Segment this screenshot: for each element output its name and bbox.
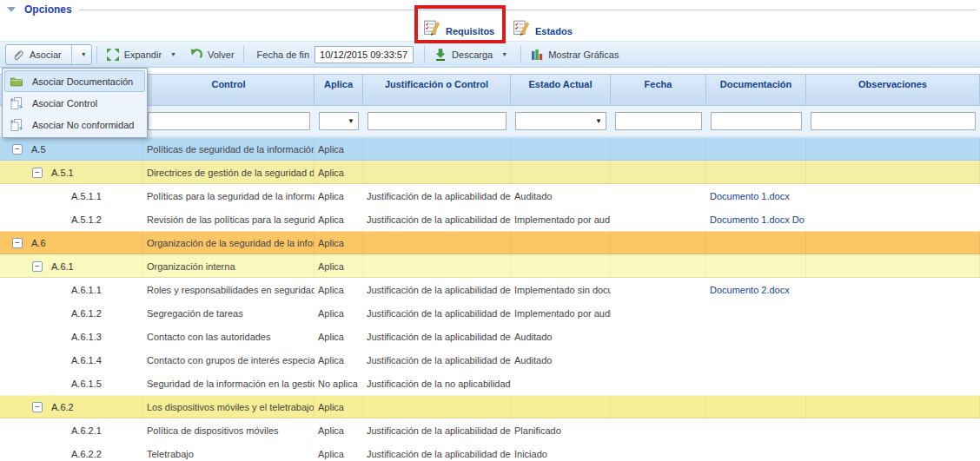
cell-observaciones — [806, 137, 980, 161]
cell-observaciones — [806, 325, 980, 348]
filter-estado-select[interactable]: ▼ — [515, 112, 606, 130]
chevron-down-icon[interactable]: ▼ — [166, 51, 181, 57]
collapse-toggle-icon[interactable]: − — [12, 238, 23, 248]
cell-aplica: Aplica — [315, 418, 363, 442]
cell-estado: Iniciado — [511, 442, 611, 461]
cell-fecha — [611, 372, 706, 395]
form-pencil-icon — [513, 18, 531, 36]
column-header-estado[interactable]: Estado Actual — [511, 75, 611, 105]
cell-documentacion[interactable]: Documento 2.docx — [706, 278, 806, 301]
menu-item-asociar-no-conformidad[interactable]: Asociar No conformidad — [4, 114, 145, 135]
menu-item-label: Asociar Documentación — [32, 76, 133, 87]
cell-fecha — [611, 348, 706, 372]
requisitos-button[interactable]: Requisitos — [423, 10, 494, 38]
cell-justificacion: Justificación de la aplicabilidad del — [363, 418, 511, 442]
estados-button[interactable]: Estados — [513, 10, 573, 38]
cell-estado — [511, 254, 611, 278]
control-code: A.5.1.1 — [71, 191, 102, 201]
table-row[interactable]: −A.5Políticas de seguridad de la informa… — [0, 137, 980, 161]
cell-justificacion: Justificación de la aplicabilidad del — [363, 325, 511, 348]
cell-tree: −A.6 — [0, 231, 143, 254]
cell-documentacion — [706, 254, 806, 278]
cell-control: Roles y responsabilidades en seguridad d… — [143, 278, 315, 301]
control-code: A.6.1 — [51, 261, 74, 272]
cell-control: Directrices de gestión de la seguridad d… — [143, 161, 315, 184]
expandir-button[interactable]: Expandir ▼ — [102, 44, 185, 65]
collapse-toggle-icon[interactable]: − — [12, 144, 23, 155]
filter-cell-justificacion — [363, 106, 511, 136]
table-row[interactable]: A.6.2.2TeletrabajoAplicaJustificación de… — [0, 442, 980, 461]
column-header-control[interactable]: Control — [143, 75, 315, 105]
expandir-label: Expandir — [124, 49, 162, 60]
table-row[interactable]: A.6.1.2Segregación de tareasAplicaJustif… — [0, 301, 980, 325]
asociar-dropdown-menu: Asociar Documentación Asociar Control As… — [2, 68, 148, 138]
table-row[interactable]: A.6.2.1Política de dispositivos móvilesA… — [0, 418, 980, 442]
toolbar-separator — [243, 46, 244, 63]
cell-tree: A.6.1.2 — [0, 301, 143, 325]
toolbar-separator — [520, 46, 521, 63]
menu-item-asociar-control[interactable]: Asociar Control — [4, 92, 145, 114]
menu-item-asociar-documentacion[interactable]: Asociar Documentación — [4, 70, 145, 92]
cell-justificacion: Justificación de la aplicabilidad del — [363, 207, 511, 231]
cell-justificacion: Justificación de la no aplicabilidad — [363, 372, 511, 395]
cell-documentacion — [706, 372, 806, 395]
table-row[interactable]: −A.6Organización de la seguridad de la i… — [0, 231, 980, 254]
descarga-button[interactable]: Descarga ▼ — [429, 44, 516, 65]
cell-estado: Implementado por aud — [511, 207, 611, 231]
filter-cell-fecha — [611, 106, 706, 136]
column-header-documentacion[interactable]: Documentación — [706, 75, 806, 105]
table-row[interactable]: A.5.1.2Revisión de las políticas para la… — [0, 207, 980, 231]
filter-control-input[interactable] — [148, 112, 310, 130]
column-header-aplica[interactable]: Aplica — [315, 75, 363, 105]
asociar-button[interactable]: Asociar ▼ — [5, 44, 92, 65]
split-divider — [71, 45, 72, 64]
chevron-down-icon[interactable]: ▼ — [497, 51, 512, 57]
filter-observaciones-input[interactable] — [811, 112, 976, 130]
cell-aplica: Aplica — [315, 325, 363, 348]
control-code: A.6.1.5 — [71, 379, 102, 389]
mostrar-graficas-button[interactable]: Mostrar Gráficas — [526, 44, 623, 65]
back-arrow-icon — [189, 48, 203, 62]
form-pencil-icon — [423, 18, 441, 36]
table-row[interactable]: −A.6.1Organización internaAplica — [0, 254, 980, 278]
collapse-toggle-icon[interactable]: − — [32, 402, 43, 412]
table-row[interactable]: A.5.1.1Políticas para la seguridad de la… — [0, 184, 980, 207]
cell-fecha — [611, 442, 706, 461]
cell-aplica: Aplica — [315, 348, 363, 372]
filter-fecha-input[interactable] — [615, 112, 702, 130]
cell-fecha — [611, 207, 706, 231]
copy-icon — [10, 96, 23, 110]
cell-aplica: Aplica — [315, 395, 363, 418]
cell-documentacion[interactable]: Documento 1.docx Do — [706, 207, 806, 231]
table-row[interactable]: A.6.1.4Contacto con grupos de interés es… — [0, 348, 980, 372]
column-header-observaciones[interactable]: Observaciones — [806, 75, 980, 105]
control-code: A.6.2 — [51, 402, 74, 412]
expand-icon — [106, 48, 120, 62]
volver-button[interactable]: Volver — [185, 44, 239, 65]
descarga-label: Descarga — [452, 49, 493, 60]
cell-observaciones — [806, 372, 980, 395]
filter-justificacion-input[interactable] — [368, 112, 507, 130]
column-header-fecha[interactable]: Fecha — [611, 75, 706, 105]
cell-documentacion[interactable]: Documento 1.docx — [706, 184, 806, 207]
fecha-de-fin-input[interactable] — [315, 46, 414, 63]
cell-control: Contacto con las autoridades — [143, 325, 315, 348]
cell-observaciones — [806, 348, 980, 372]
table-row[interactable]: −A.6.2Los dispositivos móviles y el tele… — [0, 395, 980, 418]
collapse-toggle-icon[interactable]: − — [32, 168, 43, 178]
cell-fecha — [611, 254, 706, 278]
cell-aplica: Aplica — [315, 184, 363, 207]
chevron-down-icon[interactable]: ▼ — [76, 51, 91, 57]
menu-item-label: Asociar No conformidad — [32, 120, 134, 130]
volver-label: Volver — [208, 49, 235, 60]
table-row[interactable]: A.6.1.3Contacto con las autoridadesAplic… — [0, 325, 980, 348]
table-row[interactable]: −A.5.1Directrices de gestión de la segur… — [0, 161, 980, 184]
table-row[interactable]: A.6.1.1Roles y responsabilidades en segu… — [0, 278, 980, 301]
table-row[interactable]: A.6.1.5Seguridad de la información en la… — [0, 372, 980, 395]
collapse-panel-icon[interactable] — [7, 7, 16, 12]
filter-documentacion-input[interactable] — [711, 112, 802, 130]
column-header-justificacion[interactable]: Justificación o Control — [363, 75, 511, 105]
cell-aplica: Aplica — [315, 301, 363, 325]
collapse-toggle-icon[interactable]: − — [32, 261, 43, 272]
filter-aplica-select[interactable]: ▼ — [319, 112, 359, 130]
